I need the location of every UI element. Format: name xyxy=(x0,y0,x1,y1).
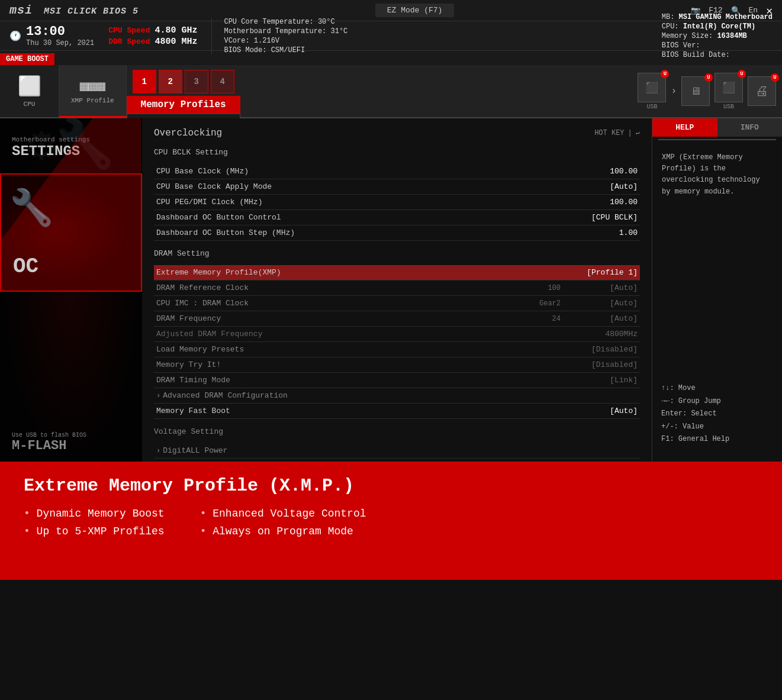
usb-box-1: ⬛ U xyxy=(638,73,666,102)
xmp-btn-4[interactable]: 4 xyxy=(211,70,234,93)
xmp-btn-1[interactable]: 1 xyxy=(133,70,156,93)
mem-value: 16384MB xyxy=(717,32,746,40)
row-dram-freq[interactable]: DRAM Frequency 24 [Auto] xyxy=(154,311,640,327)
tab-info[interactable]: INFO xyxy=(717,118,783,137)
row-memory-try-it[interactable]: Memory Try It! [Disabled] xyxy=(154,357,640,373)
tab-help[interactable]: HELP xyxy=(652,118,717,137)
feature-program-mode: Always on Program Mode xyxy=(200,525,366,537)
row-dram-ref-clock[interactable]: DRAM Reference Clock 100 [Auto] xyxy=(154,280,640,296)
usb-item-2[interactable]: 🖥 U xyxy=(681,76,710,106)
usb-icon-group: ⬛ U USB › 🖥 U ⬛ U USB 🖨 U xyxy=(632,65,782,117)
game-boost-tab[interactable]: GAME BOOST xyxy=(0,53,54,65)
cpu-icon: ⬜ xyxy=(18,75,41,98)
time-display: 13:00 xyxy=(26,24,94,39)
bios-build-label: BIOS Build Date: xyxy=(662,51,730,59)
row-digitall-power[interactable]: › DigitALL Power xyxy=(154,443,640,459)
oc-tools-icon: 🔧 xyxy=(9,186,54,230)
usb-badge-3: U xyxy=(738,70,746,78)
voltage-header: Voltage Setting xyxy=(154,427,640,438)
feature-voltage-control: Enhanced Voltage Control xyxy=(200,508,366,520)
nav-hint-select: Enter: Select xyxy=(661,408,773,421)
mflash-title: M-FLASH xyxy=(12,438,130,453)
usb-box-2: 🖥 U xyxy=(681,76,710,106)
row-cpu-imc-dram[interactable]: CPU IMC : DRAM Clock Gear2 [Auto] xyxy=(154,296,640,311)
ddr-speed-label: DDR Speed xyxy=(108,37,150,46)
sidebar-item-oc[interactable]: 🔧 OC xyxy=(0,173,142,292)
cpu-speed-label: CPU Speed xyxy=(108,26,150,35)
mb-temp: Motherboard Temperature: 31°C xyxy=(224,27,347,36)
left-sidebar: ⚙🔧 Motherboard settings SETTINGS 🔧 OC Us… xyxy=(0,118,142,462)
arrow-right-1: › xyxy=(671,86,677,96)
tab-cpu-label: CPU xyxy=(24,101,36,108)
usb-icon-4: 🖨 xyxy=(755,83,768,99)
sidebar-item-settings[interactable]: ⚙🔧 Motherboard settings SETTINGS xyxy=(0,118,142,171)
settings-bg-icon: ⚙🔧 xyxy=(0,118,142,171)
main-content: ⚙🔧 Motherboard settings SETTINGS 🔧 OC Us… xyxy=(0,118,782,462)
feature-dynamic-memory: Dynamic Memory Boost xyxy=(24,508,165,520)
row-cpu-peg-dmi[interactable]: CPU PEG/DMI Clock (MHz) 100.00 xyxy=(154,195,640,210)
sidebar-item-mflash[interactable]: Use USB to flash BIOS M-FLASH xyxy=(0,424,142,462)
cpu-speed-value: 4.80 GHz xyxy=(155,25,197,36)
usb-item-3[interactable]: ⬛ U USB xyxy=(715,73,743,110)
bios-mode: BIOS Mode: CSM/UEFI xyxy=(224,46,347,54)
pipe-sep: | xyxy=(628,129,632,137)
usb-label-3: USB xyxy=(723,104,734,110)
feature-col-right: Enhanced Voltage Control Always on Progr… xyxy=(200,508,366,537)
cpu-bclk-rows: CPU Base Clock (MHz) 100.00 CPU Base Clo… xyxy=(154,164,640,241)
nav-hint-move: ↑↓: Move xyxy=(661,382,773,395)
tab-xmp[interactable]: ▦▦▦ XMP Profile xyxy=(59,65,127,117)
memory-icon: ▦▦▦ xyxy=(80,78,105,95)
panel-header: Overclocking HOT KEY | ↩ xyxy=(154,128,640,138)
help-divider xyxy=(658,139,776,140)
xmp-btn-3[interactable]: 3 xyxy=(185,70,208,93)
back-icon[interactable]: ↩ xyxy=(636,129,640,138)
usb-item-4[interactable]: 🖨 U xyxy=(748,76,776,106)
usb-badge-1: U xyxy=(661,70,669,78)
expand-arrow: › xyxy=(156,392,160,400)
status-bar: 🕐 13:00 Thu 30 Sep, 2021 CPU Speed 4.80 … xyxy=(0,21,782,51)
row-cpu-core-volt-mon[interactable]: CPU Core Voltage Monitor [VCC Sense] xyxy=(154,459,640,462)
xmp-btn-2[interactable]: 2 xyxy=(159,70,182,93)
hotkey-section: HOT KEY | ↩ xyxy=(594,129,640,138)
bios-ver-label: BIOS Ver: xyxy=(662,41,700,50)
feature-xmp-profiles: Up to 5-XMP Profiles xyxy=(24,525,165,537)
usb-item-1[interactable]: ⬛ U USB xyxy=(638,73,666,110)
help-panel: HELP INFO XMP (Extreme Memory Profile) i… xyxy=(652,118,782,462)
row-cpu-base-clock-apply[interactable]: CPU Base Clock Apply Mode [Auto] xyxy=(154,179,640,195)
row-load-mem-presets[interactable]: Load Memory Presets [Disabled] xyxy=(154,342,640,357)
nav-hint-group: →←: Group Jump xyxy=(661,395,773,408)
tab-xmp-label: XMP Profile xyxy=(71,97,114,104)
row-xmp[interactable]: Extreme Memory Profile(XMP) [Profile 1] xyxy=(154,265,640,280)
row-dram-timing-mode[interactable]: DRAM Timing Mode [Link] xyxy=(154,373,640,388)
bottom-title: Extreme Memory Profile (X.M.P.) xyxy=(24,476,758,496)
memory-profiles-option[interactable]: Memory Profiles xyxy=(127,96,240,114)
system-info: MB: MSI GAMING Motherboard CPU: Intel(R)… xyxy=(662,13,773,59)
cpu-value: Intel(R) Core(TM) xyxy=(683,22,755,31)
row-cpu-base-clock[interactable]: CPU Base Clock (MHz) 100.00 xyxy=(154,164,640,179)
usb-box-3: ⬛ U xyxy=(715,73,743,102)
row-adv-dram-config[interactable]: › Advanced DRAM Configuration xyxy=(154,388,640,404)
row-dashboard-oc-control[interactable]: Dashboard OC Button Control [CPU BCLK] xyxy=(154,210,640,225)
tab-cpu[interactable]: ⬜ CPU xyxy=(0,65,59,117)
bottom-section: Extreme Memory Profile (X.M.P.) Dynamic … xyxy=(0,462,782,580)
help-tabs: HELP INFO xyxy=(652,118,782,137)
usb-icon-2: 🖥 xyxy=(690,85,701,98)
bottom-features: Dynamic Memory Boost Up to 5-XMP Profile… xyxy=(24,508,758,537)
clock-icon: 🕐 xyxy=(9,30,21,42)
ez-mode-button[interactable]: EZ Mode (F7) xyxy=(375,4,455,17)
mflash-subtitle: Use USB to flash BIOS xyxy=(12,432,130,438)
row-dashboard-oc-step[interactable]: Dashboard OC Button Step (MHz) 1.00 xyxy=(154,225,640,241)
date-display: Thu 30 Sep, 2021 xyxy=(26,39,94,47)
row-memory-fast-boot[interactable]: Memory Fast Boot [Auto] xyxy=(154,404,640,419)
vcore: VCore: 1.216V xyxy=(224,37,347,45)
cpu-temp: CPU Core Temperature: 30°C xyxy=(224,18,347,26)
row-adj-dram-freq: Adjusted DRAM Frequency 4800MHz xyxy=(154,327,640,342)
dram-header: DRAM Setting xyxy=(154,249,640,260)
mb-label: MB: xyxy=(662,13,675,21)
voltage-rows: › DigitALL Power CPU Core Voltage Monito… xyxy=(154,443,640,462)
usb-icon-3: ⬛ xyxy=(722,81,735,94)
usb-icon-1: ⬛ xyxy=(645,81,658,94)
xmp-controls: 1 2 3 4 Memory Profiles User Profiles xyxy=(127,65,240,117)
oc-label: OC xyxy=(13,254,38,279)
usb-badge-2: U xyxy=(704,73,713,82)
